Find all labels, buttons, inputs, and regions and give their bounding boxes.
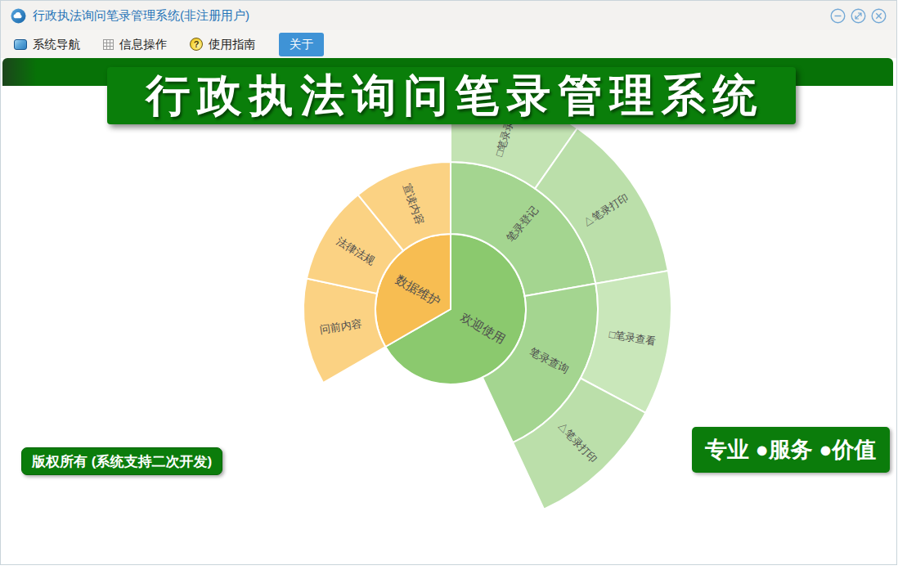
app-window: 行政执法询问笔录管理系统(非注册用户)	[0, 0, 897, 565]
copyright-badge: 版权所有 (系统支持二次开发)	[21, 447, 222, 475]
slogan-badge: 专业 ●服务 ●价值	[692, 427, 890, 473]
sunburst-segment-问前内容[interactable]	[303, 279, 385, 383]
banner-title: 行政执法询问笔录管理系统	[107, 67, 796, 124]
